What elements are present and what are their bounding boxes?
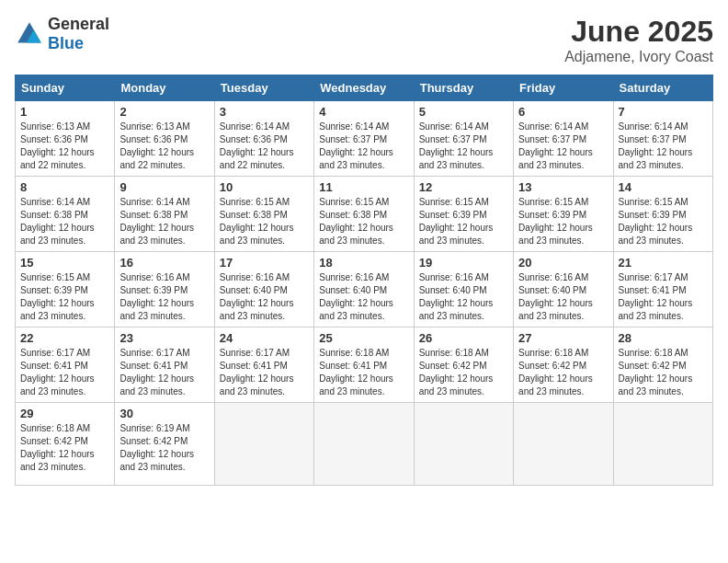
day-info: Sunrise: 6:16 AM Sunset: 6:40 PM Dayligh…: [319, 271, 408, 323]
table-row: [314, 403, 414, 486]
day-number: 26: [419, 331, 508, 345]
day-number: 20: [518, 256, 608, 270]
day-info: Sunrise: 6:14 AM Sunset: 6:38 PM Dayligh…: [119, 196, 209, 247]
day-info: Sunrise: 6:14 AM Sunset: 6:38 PM Dayligh…: [20, 196, 109, 247]
table-row: [214, 403, 313, 486]
table-row: 10 Sunrise: 6:15 AM Sunset: 6:38 PM Dayl…: [214, 177, 313, 252]
table-row: 18 Sunrise: 6:16 AM Sunset: 6:40 PM Dayl…: [314, 252, 414, 327]
table-row: 15 Sunrise: 6:15 AM Sunset: 6:39 PM Dayl…: [16, 252, 115, 327]
day-info: Sunrise: 6:13 AM Sunset: 6:36 PM Dayligh…: [119, 121, 209, 172]
table-row: 8 Sunrise: 6:14 AM Sunset: 6:38 PM Dayli…: [16, 177, 115, 252]
day-info: Sunrise: 6:15 AM Sunset: 6:38 PM Dayligh…: [220, 196, 309, 247]
day-number: 24: [220, 331, 309, 345]
month-title: June 2025: [564, 15, 713, 49]
table-row: 16 Sunrise: 6:16 AM Sunset: 6:39 PM Dayl…: [115, 252, 214, 327]
title-area: June 2025 Adjamene, Ivory Coast: [564, 15, 713, 65]
table-row: 19 Sunrise: 6:16 AM Sunset: 6:40 PM Dayl…: [414, 252, 513, 327]
table-row: 27 Sunrise: 6:18 AM Sunset: 6:42 PM Dayl…: [514, 327, 613, 403]
day-info: Sunrise: 6:18 AM Sunset: 6:42 PM Dayligh…: [619, 347, 708, 398]
table-row: 24 Sunrise: 6:17 AM Sunset: 6:41 PM Dayl…: [214, 327, 313, 403]
location-title: Adjamene, Ivory Coast: [564, 49, 713, 65]
day-number: 17: [220, 256, 309, 270]
table-row: 29 Sunrise: 6:18 AM Sunset: 6:42 PM Dayl…: [16, 403, 115, 486]
calendar-table: SundayMondayTuesdayWednesdayThursdayFrid…: [15, 75, 713, 486]
table-row: [414, 403, 513, 486]
day-number: 25: [319, 331, 408, 345]
day-info: Sunrise: 6:15 AM Sunset: 6:38 PM Dayligh…: [319, 196, 408, 247]
day-info: Sunrise: 6:15 AM Sunset: 6:39 PM Dayligh…: [518, 196, 608, 247]
table-row: 17 Sunrise: 6:16 AM Sunset: 6:40 PM Dayl…: [214, 252, 313, 327]
day-info: Sunrise: 6:15 AM Sunset: 6:39 PM Dayligh…: [419, 196, 508, 247]
day-header-saturday: Saturday: [613, 75, 712, 101]
day-info: Sunrise: 6:18 AM Sunset: 6:41 PM Dayligh…: [319, 347, 408, 398]
day-number: 15: [20, 256, 109, 270]
logo-text-general: General: [48, 15, 109, 33]
table-row: 23 Sunrise: 6:17 AM Sunset: 6:41 PM Dayl…: [115, 327, 214, 403]
table-row: 5 Sunrise: 6:14 AM Sunset: 6:37 PM Dayli…: [414, 101, 513, 177]
table-row: 28 Sunrise: 6:18 AM Sunset: 6:42 PM Dayl…: [613, 327, 712, 403]
day-info: Sunrise: 6:14 AM Sunset: 6:37 PM Dayligh…: [518, 121, 608, 172]
day-number: 27: [518, 331, 608, 345]
day-number: 29: [20, 407, 109, 420]
day-info: Sunrise: 6:18 AM Sunset: 6:42 PM Dayligh…: [419, 347, 508, 398]
day-header-tuesday: Tuesday: [214, 75, 313, 101]
day-number: 14: [619, 180, 708, 194]
day-info: Sunrise: 6:16 AM Sunset: 6:40 PM Dayligh…: [419, 271, 508, 323]
day-info: Sunrise: 6:15 AM Sunset: 6:39 PM Dayligh…: [20, 271, 109, 323]
day-info: Sunrise: 6:18 AM Sunset: 6:42 PM Dayligh…: [20, 422, 109, 474]
day-header-monday: Monday: [115, 75, 214, 101]
day-number: 6: [518, 105, 608, 119]
day-number: 2: [119, 105, 209, 119]
table-row: 21 Sunrise: 6:17 AM Sunset: 6:41 PM Dayl…: [613, 252, 712, 327]
day-number: 9: [119, 180, 209, 194]
day-header-friday: Friday: [514, 75, 613, 101]
day-info: Sunrise: 6:17 AM Sunset: 6:41 PM Dayligh…: [220, 347, 309, 398]
day-header-thursday: Thursday: [414, 75, 513, 101]
day-info: Sunrise: 6:17 AM Sunset: 6:41 PM Dayligh…: [119, 347, 209, 398]
day-info: Sunrise: 6:17 AM Sunset: 6:41 PM Dayligh…: [20, 347, 109, 398]
day-number: 12: [419, 180, 508, 194]
table-row: 14 Sunrise: 6:15 AM Sunset: 6:39 PM Dayl…: [613, 177, 712, 252]
day-number: 16: [119, 256, 209, 270]
day-number: 5: [419, 105, 508, 119]
day-info: Sunrise: 6:15 AM Sunset: 6:39 PM Dayligh…: [619, 196, 708, 247]
table-row: 9 Sunrise: 6:14 AM Sunset: 6:38 PM Dayli…: [115, 177, 214, 252]
day-number: 21: [619, 256, 708, 270]
day-number: 4: [319, 105, 408, 119]
page-header: General Blue June 2025 Adjamene, Ivory C…: [15, 15, 713, 65]
day-number: 30: [119, 407, 209, 420]
table-row: [514, 403, 613, 486]
day-number: 10: [220, 180, 309, 194]
day-number: 23: [119, 331, 209, 345]
table-row: 25 Sunrise: 6:18 AM Sunset: 6:41 PM Dayl…: [314, 327, 414, 403]
day-number: 3: [220, 105, 309, 119]
day-header-sunday: Sunday: [16, 75, 115, 101]
day-number: 11: [319, 180, 408, 194]
logo: General Blue: [15, 15, 109, 53]
table-row: 1 Sunrise: 6:13 AM Sunset: 6:36 PM Dayli…: [16, 101, 115, 177]
day-number: 28: [619, 331, 708, 345]
day-number: 1: [20, 105, 109, 119]
day-info: Sunrise: 6:14 AM Sunset: 6:36 PM Dayligh…: [220, 121, 309, 172]
day-info: Sunrise: 6:16 AM Sunset: 6:40 PM Dayligh…: [220, 271, 309, 323]
day-header-wednesday: Wednesday: [314, 75, 414, 101]
table-row: 13 Sunrise: 6:15 AM Sunset: 6:39 PM Dayl…: [514, 177, 613, 252]
day-info: Sunrise: 6:18 AM Sunset: 6:42 PM Dayligh…: [518, 347, 608, 398]
day-number: 18: [319, 256, 408, 270]
table-row: [613, 403, 712, 486]
day-number: 13: [518, 180, 608, 194]
day-info: Sunrise: 6:14 AM Sunset: 6:37 PM Dayligh…: [319, 121, 408, 172]
table-row: 11 Sunrise: 6:15 AM Sunset: 6:38 PM Dayl…: [314, 177, 414, 252]
table-row: 20 Sunrise: 6:16 AM Sunset: 6:40 PM Dayl…: [514, 252, 613, 327]
table-row: 22 Sunrise: 6:17 AM Sunset: 6:41 PM Dayl…: [16, 327, 115, 403]
table-row: 2 Sunrise: 6:13 AM Sunset: 6:36 PM Dayli…: [115, 101, 214, 177]
day-info: Sunrise: 6:16 AM Sunset: 6:40 PM Dayligh…: [518, 271, 608, 323]
day-info: Sunrise: 6:17 AM Sunset: 6:41 PM Dayligh…: [619, 271, 708, 323]
table-row: 30 Sunrise: 6:19 AM Sunset: 6:42 PM Dayl…: [115, 403, 214, 486]
day-number: 8: [20, 180, 109, 194]
day-number: 19: [419, 256, 508, 270]
table-row: 12 Sunrise: 6:15 AM Sunset: 6:39 PM Dayl…: [414, 177, 513, 252]
day-info: Sunrise: 6:14 AM Sunset: 6:37 PM Dayligh…: [419, 121, 508, 172]
table-row: 4 Sunrise: 6:14 AM Sunset: 6:37 PM Dayli…: [314, 101, 414, 177]
logo-icon: [15, 19, 44, 49]
